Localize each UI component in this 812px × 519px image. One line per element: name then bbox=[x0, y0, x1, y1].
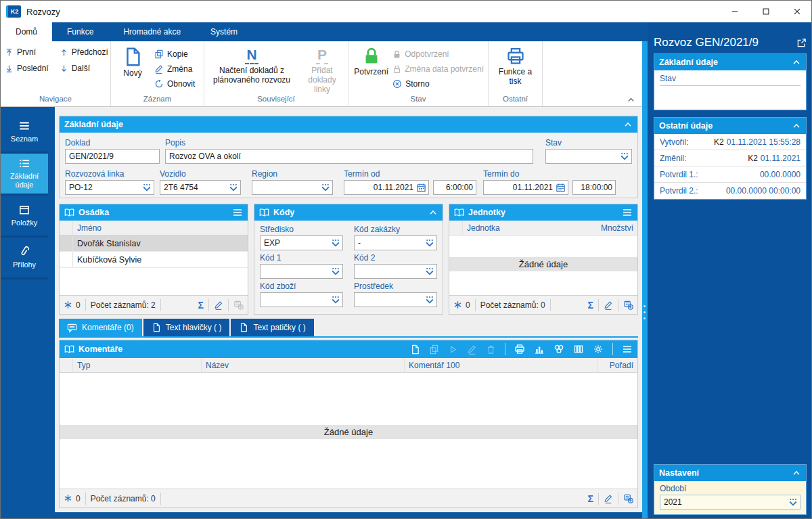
clover-icon[interactable] bbox=[554, 344, 564, 355]
sidebar-item-seznam[interactable]: Seznam bbox=[1, 112, 48, 154]
change-confirm-date-button[interactable]: Změna data potvrzení bbox=[392, 62, 484, 76]
vozidlo-field[interactable]: 2T6 4754 bbox=[160, 180, 241, 195]
kod2-field[interactable] bbox=[354, 264, 437, 279]
printer-icon[interactable] bbox=[514, 344, 525, 355]
trash-icon[interactable] bbox=[486, 344, 496, 355]
columns-icon[interactable] bbox=[573, 344, 584, 355]
ribbon-collapse-icon[interactable] bbox=[627, 95, 635, 104]
table-row[interactable]: Dvořák Stanislav bbox=[60, 235, 248, 252]
tab-komentare[interactable]: Komentáře (0) bbox=[59, 319, 142, 336]
sigma-icon[interactable]: Σ bbox=[588, 300, 593, 311]
tab-system[interactable]: Systém bbox=[196, 22, 252, 41]
dropdown-icon[interactable] bbox=[425, 267, 434, 276]
play-icon[interactable] bbox=[448, 344, 458, 355]
sidebar-item-polozky[interactable]: Položky bbox=[1, 196, 48, 238]
tab-text-hlavicky[interactable]: Text hlavičky ( ) bbox=[143, 319, 230, 336]
table-add-icon[interactable] bbox=[623, 493, 633, 503]
storno-circle-x-icon bbox=[392, 79, 402, 89]
termin-do-time-field[interactable]: 18:00:00 bbox=[572, 180, 616, 195]
stredisko-field[interactable]: EXP bbox=[260, 235, 343, 250]
external-link-icon[interactable] bbox=[796, 38, 807, 48]
col-mnozstvi[interactable]: Množství bbox=[601, 223, 637, 233]
region-field[interactable] bbox=[252, 180, 333, 195]
hamburger-icon[interactable] bbox=[232, 207, 243, 218]
table-row[interactable]: Kubíčková Sylvie bbox=[60, 252, 248, 268]
tab-funkce[interactable]: Funkce bbox=[52, 22, 108, 41]
termin-od-date-field[interactable]: 01.11.2021 bbox=[344, 180, 429, 195]
copy-record-icon[interactable] bbox=[429, 344, 439, 355]
new-record-icon[interactable] bbox=[410, 344, 420, 355]
popis-field[interactable]: Rozvoz OVA a okolí bbox=[165, 149, 533, 164]
kod-zakazky-field[interactable]: - bbox=[354, 235, 437, 250]
kod-zbozi-field[interactable] bbox=[260, 292, 343, 307]
sigma-icon[interactable]: Σ bbox=[198, 300, 204, 311]
chevron-up-icon[interactable] bbox=[792, 58, 801, 67]
table-add-icon[interactable] bbox=[623, 300, 633, 310]
hamburger-icon[interactable] bbox=[622, 207, 633, 218]
confirm-button[interactable]: Potvrzení bbox=[353, 45, 390, 95]
chevron-up-icon[interactable] bbox=[792, 121, 801, 131]
chevron-up-icon[interactable] bbox=[792, 468, 801, 478]
rozvozova-linka-field[interactable]: PO-12 bbox=[65, 180, 154, 195]
prostredek-field[interactable] bbox=[354, 292, 437, 307]
col-jmeno[interactable]: Jméno bbox=[73, 223, 102, 233]
tab-text-paticky[interactable]: Text patičky ( ) bbox=[231, 319, 313, 336]
doklad-field[interactable]: GEN/2021/9 bbox=[65, 149, 160, 164]
obdobi-field[interactable]: 2021 bbox=[660, 495, 800, 510]
tab-hromadne-akce[interactable]: Hromadné akce bbox=[108, 22, 196, 41]
close-button[interactable] bbox=[782, 1, 812, 22]
dropdown-icon[interactable] bbox=[425, 296, 434, 304]
calendar-icon[interactable] bbox=[416, 183, 426, 193]
dropdown-icon[interactable] bbox=[321, 183, 330, 192]
storno-button[interactable]: Storno bbox=[392, 77, 484, 91]
chevron-up-icon[interactable] bbox=[623, 120, 633, 129]
change-button[interactable]: Změna bbox=[154, 62, 195, 76]
termin-do-date-field[interactable]: 01.11.2021 bbox=[483, 180, 568, 195]
panel-splitter[interactable] bbox=[642, 41, 648, 519]
col-typ[interactable]: Typ bbox=[73, 358, 202, 372]
functions-print-button[interactable]: Funkce a tisk bbox=[495, 45, 537, 95]
dropdown-icon[interactable] bbox=[331, 296, 340, 304]
dropdown-icon[interactable] bbox=[425, 239, 434, 248]
col-poradi[interactable]: Pořadí bbox=[598, 358, 637, 372]
termin-od-time-field[interactable]: 6:00:00 bbox=[433, 180, 476, 195]
col-jednotka[interactable]: Jednotka bbox=[463, 223, 601, 233]
copy-button[interactable]: Kopie bbox=[154, 47, 195, 61]
last-button[interactable]: Poslední bbox=[5, 62, 49, 75]
sidebar-item-zakladni-udaje[interactable]: Základní údaje bbox=[1, 154, 48, 196]
bar-chart-icon[interactable] bbox=[534, 344, 545, 355]
table-add-icon[interactable] bbox=[233, 300, 244, 310]
col-komentar[interactable]: Komentář 100 bbox=[405, 358, 598, 372]
dropdown-icon[interactable] bbox=[142, 183, 152, 192]
tab-domu[interactable]: Domů bbox=[1, 22, 52, 41]
edit-pencil-icon[interactable] bbox=[604, 300, 613, 310]
dropdown-icon[interactable] bbox=[620, 152, 629, 161]
hamburger-icon[interactable] bbox=[622, 344, 633, 355]
marked-count: 0 bbox=[76, 494, 81, 503]
previous-button[interactable]: Předchozí bbox=[60, 45, 108, 59]
kod1-field[interactable] bbox=[260, 264, 343, 279]
chevron-up-icon[interactable] bbox=[428, 208, 438, 217]
add-line-documents-button[interactable]: P Přidat doklady linky bbox=[301, 45, 343, 95]
new-button[interactable]: Nový bbox=[115, 45, 150, 95]
first-button[interactable]: První bbox=[5, 45, 49, 59]
dropdown-icon[interactable] bbox=[229, 183, 238, 192]
dropdown-icon[interactable] bbox=[788, 498, 798, 507]
load-documents-button[interactable]: N Načtení dokladů z plánovaného rozvozu bbox=[209, 45, 294, 95]
stav-field[interactable] bbox=[545, 149, 632, 164]
calendar-icon[interactable] bbox=[556, 183, 566, 193]
minimize-button[interactable] bbox=[719, 1, 750, 22]
sigma-icon[interactable]: Σ bbox=[588, 493, 593, 504]
next-button[interactable]: Další bbox=[60, 62, 108, 75]
edit-pencil-icon[interactable] bbox=[214, 300, 223, 310]
dropdown-icon[interactable] bbox=[331, 267, 340, 276]
gear-icon[interactable] bbox=[593, 344, 604, 355]
dropdown-icon[interactable] bbox=[331, 239, 340, 248]
unconfirm-button[interactable]: Odpotvrzení bbox=[392, 47, 484, 61]
sidebar-item-prilohy[interactable]: Přílohy bbox=[1, 238, 48, 279]
maximize-button[interactable] bbox=[750, 1, 782, 22]
refresh-button[interactable]: Obnovit bbox=[154, 77, 195, 91]
col-nazev[interactable]: Název bbox=[202, 358, 405, 372]
edit-pencil-icon[interactable] bbox=[467, 344, 477, 355]
edit-pencil-icon[interactable] bbox=[604, 494, 613, 503]
